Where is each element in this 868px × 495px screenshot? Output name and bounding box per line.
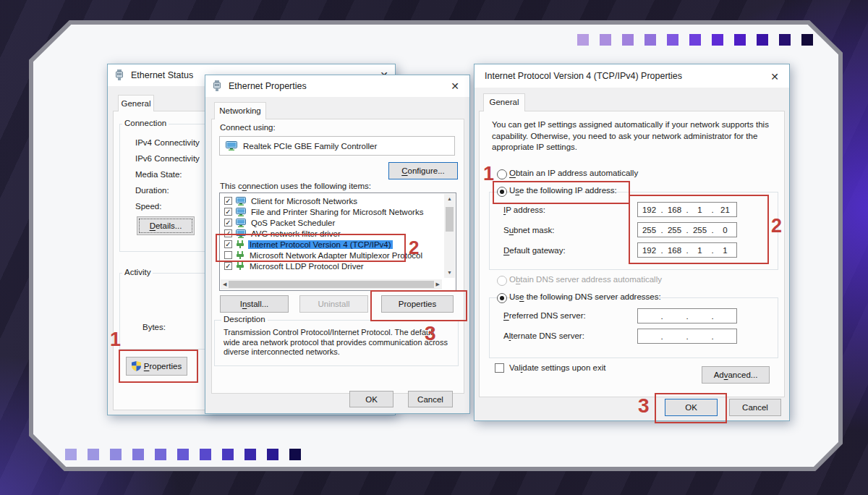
decor-square <box>689 34 701 46</box>
list-item[interactable]: ✓ File and Printer Sharing for Microsoft… <box>221 206 443 217</box>
annotation-box-use-ip <box>493 181 630 204</box>
dns-settings-group <box>489 297 778 358</box>
ethernet-icon <box>213 80 221 93</box>
cancel-button[interactable]: Cancel <box>408 391 453 407</box>
media-state-label: Media State: <box>135 170 182 179</box>
radio-obtain-ip[interactable] <box>497 169 507 179</box>
annotation-box-step3 <box>370 290 467 321</box>
checkmark: ✓ <box>225 262 231 270</box>
horizontal-scrollbar[interactable]: ◀ ▶ <box>221 279 442 289</box>
network-adapter-icon <box>226 141 237 151</box>
decor-square <box>222 449 234 460</box>
configure-button[interactable]: Configure... <box>388 162 458 179</box>
close-icon[interactable]: ✕ <box>447 78 463 94</box>
decor-square <box>801 34 813 46</box>
ethernet-properties-window: Ethernet Properties ✕ Networking Connect… <box>205 75 470 414</box>
alternate-dns-label: Alternate DNS server: <box>503 331 584 340</box>
decor-squares-top <box>577 34 813 46</box>
checkmark: ✓ <box>225 219 231 227</box>
speed-label: Speed: <box>135 202 161 211</box>
decor-square <box>244 449 256 460</box>
scroll-left-icon[interactable]: ◀ <box>223 279 226 289</box>
details-button[interactable]: Details... <box>137 216 195 235</box>
activity-group-label: Activity <box>122 268 153 276</box>
scroll-right-icon[interactable]: ▶ <box>436 279 440 289</box>
cancel-button-label: Cancel <box>417 395 443 404</box>
radio-obtain-dns[interactable] <box>497 276 507 286</box>
radio-use-dns-label: Use the following DNS server addresses: <box>509 292 661 301</box>
annotation-box-ip-fields <box>629 195 769 264</box>
intro-text: You can get IP settings assigned automat… <box>492 119 778 153</box>
tab-general[interactable]: General <box>483 93 525 111</box>
checkmark: ✓ <box>225 208 231 216</box>
radio-use-dns[interactable] <box>497 293 507 303</box>
adapter-field: Realtek PCIe GBE Family Controller <box>219 136 455 156</box>
details-button-label: Details... <box>150 221 182 230</box>
ok-button[interactable]: OK <box>349 391 393 407</box>
network-client-icon <box>236 219 246 227</box>
checkbox[interactable]: ✓ <box>224 197 232 205</box>
subnet-mask-label: Subnet mask: <box>503 226 554 234</box>
list-item-label: Microsoft LLDP Protocol Driver <box>248 262 365 271</box>
vertical-scrollbar[interactable]: ▲ ▼ <box>444 194 455 278</box>
list-item-label: File and Printer Sharing for Microsoft N… <box>250 208 425 216</box>
scrollbar-thumb[interactable] <box>229 281 433 288</box>
decor-square <box>577 34 589 46</box>
connect-using-label: Connect using: <box>220 123 276 132</box>
connection-group-label: Connection <box>122 119 169 127</box>
step-number-3: 3 <box>638 396 650 416</box>
scrollbar-thumb[interactable] <box>446 207 454 232</box>
uninstall-button[interactable]: Uninstall <box>299 295 368 313</box>
close-icon[interactable]: ✕ <box>767 69 783 85</box>
network-client-icon <box>236 208 246 216</box>
ipv6-connectivity-label: IPv6 Connectivity <box>135 154 200 163</box>
ethernet-icon <box>115 69 124 82</box>
checkbox[interactable]: ✓ <box>224 208 232 216</box>
step-number-1: 1 <box>483 164 494 184</box>
decor-square <box>779 34 791 46</box>
decor-square <box>600 34 611 46</box>
list-item[interactable]: ✓ QoS Packet Scheduler <box>221 217 443 228</box>
decor-square <box>289 449 301 460</box>
window-title: Ethernet Status <box>131 70 193 80</box>
checkmark: ✓ <box>225 197 231 205</box>
list-item[interactable]: ✓ Microsoft LLDP Protocol Driver <box>221 261 443 271</box>
validate-checkbox[interactable] <box>495 363 504 373</box>
adapter-name: Realtek PCIe GBE Family Controller <box>243 142 377 151</box>
cancel-button[interactable]: Cancel <box>729 399 781 416</box>
step-number-2: 2 <box>409 238 419 257</box>
scroll-down-icon[interactable]: ▼ <box>447 268 452 278</box>
description-group-label: Description <box>221 315 268 323</box>
configure-button-label: Configure... <box>401 166 444 175</box>
step-number-1: 1 <box>110 330 121 350</box>
advanced-button[interactable]: Advanced... <box>702 366 770 384</box>
decor-square <box>155 449 166 460</box>
alternate-dns-field[interactable]: ... <box>637 329 737 344</box>
step-number-3: 3 <box>425 323 436 344</box>
screenshot-canvas: Ethernet Status ✕ General Connection IPv… <box>0 0 868 495</box>
cancel-button-label: Cancel <box>742 403 768 412</box>
preferred-dns-field[interactable]: ... <box>637 308 737 323</box>
checkbox[interactable]: ✓ <box>224 219 232 227</box>
decor-square <box>65 449 77 460</box>
radio-obtain-dns-label: Obtain DNS server address automatically <box>509 275 662 284</box>
install-button[interactable]: Install... <box>220 295 289 313</box>
tab-networking[interactable]: Networking <box>214 102 266 119</box>
window-title: Internet Protocol Version 4 (TCP/IPv4) P… <box>485 71 682 81</box>
duration-label: Duration: <box>135 186 169 195</box>
scroll-up-icon[interactable]: ▲ <box>447 194 452 204</box>
title-bar: Internet Protocol Version 4 (TCP/IPv4) P… <box>475 64 789 88</box>
checkbox[interactable]: ✓ <box>224 262 232 270</box>
decor-squares-bottom <box>65 449 301 460</box>
tab-general[interactable]: General <box>118 95 154 111</box>
decor-square <box>200 449 211 460</box>
preferred-dns-label: Preferred DNS server: <box>503 311 586 320</box>
network-client-icon <box>236 197 246 206</box>
default-gateway-label: Default gateway: <box>503 246 566 255</box>
annotation-box-step2 <box>216 234 406 262</box>
description-text: Transmission Control Protocol/Internet P… <box>224 328 452 358</box>
install-button-label: Install... <box>240 300 269 308</box>
decor-square <box>712 34 723 46</box>
list-item[interactable]: ✓ Client for Microsoft Networks <box>221 195 443 206</box>
radio-obtain-ip-label: Obtain an IP address automatically <box>509 169 638 177</box>
